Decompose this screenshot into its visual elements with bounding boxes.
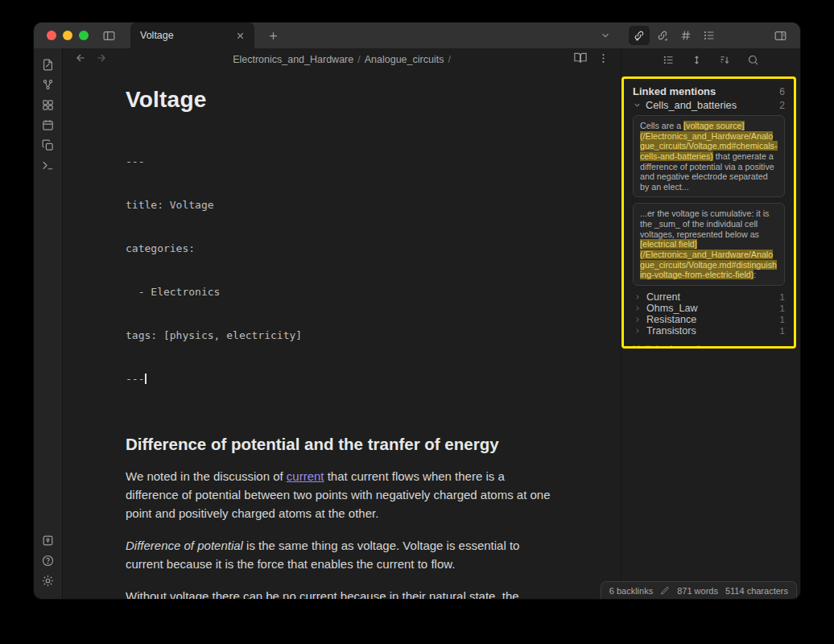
text-segment: Cells are a	[640, 121, 683, 130]
forward-arrow-icon[interactable]	[95, 52, 108, 68]
graph-view-icon[interactable]	[37, 75, 60, 95]
tags-hash-icon[interactable]	[675, 26, 696, 45]
search-highlight-text: [electrical field](/Electronics_and_Hard…	[640, 239, 777, 279]
outgoing-links-icon[interactable]	[652, 26, 673, 45]
breadcrumb: Electronics_and_Hardware / Analogue_circ…	[233, 54, 451, 65]
tab-list-chevron-icon[interactable]	[595, 26, 616, 45]
mention-group-ohms-law[interactable]: Ohms_Law 1	[633, 303, 785, 314]
zoom-window-button[interactable]	[79, 31, 89, 40]
text-segment: :	[753, 270, 756, 279]
frontmatter-line: ---	[126, 372, 558, 386]
inline-link[interactable]: current	[287, 469, 324, 483]
sidebar-left-toggle-icon[interactable]	[98, 26, 119, 45]
mention-group-count: 2	[779, 100, 785, 111]
frontmatter-line: title: Voltage	[126, 198, 558, 213]
expand-collapse-icon[interactable]	[688, 51, 706, 68]
canvas-icon[interactable]	[37, 95, 60, 115]
paragraph: Without voltage there can be no current …	[126, 588, 558, 599]
text-cursor	[145, 374, 147, 384]
list-icon[interactable]	[660, 51, 678, 68]
titlebar: Voltage	[34, 23, 800, 48]
frontmatter-block: --- title: Voltage categories: - Electro…	[126, 126, 558, 415]
mention-group-cells-and-batteries[interactable]: Cells_and_batteries 2	[633, 99, 785, 111]
text-segment: Difference of potential	[126, 539, 243, 552]
breadcrumb-folder[interactable]: Analogue_circuits	[365, 54, 444, 65]
text-segment: Without voltage there can be no current …	[126, 589, 528, 599]
minimize-window-button[interactable]	[63, 31, 72, 40]
chevron-right-icon[interactable]	[634, 304, 642, 312]
chevron-right-icon[interactable]	[634, 293, 642, 301]
back-arrow-icon[interactable]	[74, 52, 87, 68]
note-document: Voltage --- title: Voltage categories: -…	[126, 71, 558, 599]
search-icon[interactable]	[745, 51, 762, 68]
mention-group-resistance[interactable]: Resistance 1	[633, 314, 785, 325]
mention-group-label: Cells_and_batteries	[646, 99, 779, 111]
backlinks-count[interactable]: 6 backlinks	[609, 586, 653, 596]
more-options-icon[interactable]	[597, 52, 609, 68]
mention-card[interactable]: Cells are a [voltage source](/Electronic…	[633, 115, 785, 197]
new-note-icon[interactable]	[37, 55, 60, 75]
breadcrumb-separator: /	[448, 54, 450, 65]
left-ribbon	[34, 48, 63, 599]
unlinked-mentions-header[interactable]: Unlinked mentions	[633, 344, 785, 349]
annotation-highlight-box: Linked mentions 6 Cells_and_batteries 2 …	[621, 76, 796, 349]
character-count: 5114 characters	[725, 586, 788, 596]
linked-mentions-title: Linked mentions	[633, 85, 779, 97]
new-tab-button[interactable]	[262, 26, 283, 45]
frontmatter-line: categories:	[126, 242, 558, 256]
backlinks-icon[interactable]	[629, 26, 650, 45]
note-title: Voltage	[126, 87, 558, 113]
status-bar: 6 backlinks 871 words 5114 characters	[601, 581, 797, 599]
tab-voltage[interactable]: Voltage	[130, 23, 254, 48]
section-heading: Difference of potential and the tranfer …	[126, 435, 558, 454]
mention-group-transistors[interactable]: Transistors 1	[633, 325, 785, 336]
settings-gear-icon[interactable]	[37, 571, 60, 591]
frontmatter-line: - Electronics	[126, 285, 558, 299]
tab-close-icon[interactable]	[232, 27, 248, 43]
pane-header: Electronics_and_Hardware / Analogue_circ…	[63, 48, 621, 71]
pencil-icon	[660, 586, 670, 596]
mention-group-current[interactable]: Current 1	[633, 291, 785, 303]
window-body: Electronics_and_Hardware / Analogue_circ…	[34, 48, 800, 599]
text-segment: ...er the voltage is cumulative: it is t…	[640, 208, 769, 238]
editor-pane: Electronics_and_Hardware / Analogue_circ…	[63, 48, 621, 599]
breadcrumb-separator: /	[357, 54, 360, 65]
breadcrumb-folder[interactable]: Electronics_and_Hardware	[233, 54, 353, 65]
vault-switcher-icon[interactable]	[37, 530, 60, 551]
view-toolbar	[629, 26, 720, 45]
editor-scroll-area[interactable]: Voltage --- title: Voltage categories: -…	[63, 71, 621, 599]
app-window: Voltage	[34, 23, 800, 599]
sidebar-right-toggle-icon[interactable]	[770, 26, 791, 45]
tab-title: Voltage	[140, 30, 232, 41]
reading-mode-book-icon[interactable]	[573, 51, 588, 68]
linked-mentions-count: 6	[779, 86, 785, 97]
mention-card[interactable]: ...er the voltage is cumulative: it is t…	[633, 203, 785, 285]
frontmatter-line: ---	[126, 155, 558, 169]
backlinks-panel: Linked mentions 6 Cells_and_batteries 2 …	[621, 48, 800, 599]
outline-list-icon[interactable]	[699, 26, 720, 45]
linked-mentions-header[interactable]: Linked mentions 6	[633, 85, 785, 97]
backlinks-panel-toolbar	[621, 48, 800, 71]
window-controls	[47, 31, 89, 40]
close-window-button[interactable]	[47, 31, 56, 40]
frontmatter-line: tags: [physics, electricity]	[126, 328, 558, 343]
daily-note-calendar-icon[interactable]	[37, 115, 60, 135]
chevron-right-icon[interactable]	[634, 327, 642, 335]
chevron-down-icon[interactable]	[633, 101, 642, 109]
paragraph: We noted in the discussion of current th…	[126, 468, 558, 523]
help-icon[interactable]	[37, 551, 60, 571]
chevron-right-icon[interactable]	[634, 316, 642, 324]
terminal-icon[interactable]	[37, 155, 60, 175]
paragraph: Difference of potential is the same thin…	[126, 537, 558, 574]
text-segment: We noted in the discussion of	[126, 469, 287, 483]
templates-copy-icon[interactable]	[37, 135, 60, 155]
word-count: 871 words	[677, 586, 718, 596]
sort-order-icon[interactable]	[716, 51, 734, 68]
